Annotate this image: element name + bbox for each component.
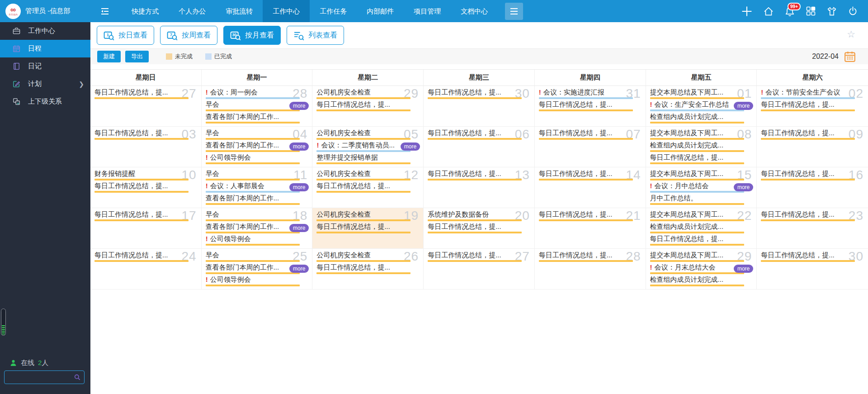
bell-icon[interactable]: 99+ bbox=[784, 6, 795, 17]
calendar-day-cell[interactable]: 31!会议：实施进度汇报每日工作情况总结，提... bbox=[535, 86, 646, 126]
calendar-event[interactable]: 每日工作情况总结，提... bbox=[316, 263, 410, 274]
calendar-event[interactable]: !会议：节前安全生产会议 bbox=[761, 88, 855, 99]
calendar-day-cell[interactable]: 10财务报销提醒每日工作情况总结，提... bbox=[90, 167, 202, 208]
calendar-day-cell[interactable]: 08提交本周总结及下周工...检查组内成员计划完成...每日工作情况总结，提..… bbox=[646, 127, 757, 167]
calendar-event[interactable]: !公司领导例会 bbox=[206, 235, 300, 246]
calendar-day-cell[interactable]: 04早会查看各部门本周的工作...!公司领导例会more bbox=[202, 127, 313, 167]
calendar-day-cell[interactable]: 02!会议：节前安全生产会议每日工作情况总结，提... bbox=[757, 86, 868, 126]
sidebar-search-input[interactable] bbox=[5, 374, 74, 381]
calendar-event[interactable]: 查看各部门本周的工作... bbox=[206, 194, 300, 205]
calendar-event[interactable]: 提交本周总结及下周工... bbox=[650, 251, 744, 262]
calendar-event[interactable]: 公司机房安全检查 bbox=[316, 210, 410, 221]
sidebar-item-3[interactable]: 日记 bbox=[0, 57, 90, 75]
calendar-event[interactable]: !会议：人事部晨会 bbox=[206, 182, 300, 193]
apps-icon[interactable] bbox=[806, 6, 816, 16]
calendar-day-cell[interactable]: 03每日工作情况总结，提... bbox=[90, 127, 202, 167]
calendar-event[interactable]: 每日工作情况总结，提... bbox=[94, 129, 189, 140]
collapse-menu-icon[interactable] bbox=[100, 7, 110, 16]
calendar-day-cell[interactable]: 17每日工作情况总结，提... bbox=[90, 208, 202, 248]
calendar-event[interactable]: 早会 bbox=[206, 251, 300, 262]
calendar-event[interactable]: 早会 bbox=[206, 129, 300, 140]
calendar-event[interactable]: 每日工作情况总结，提... bbox=[650, 153, 744, 164]
calendar-event[interactable]: 早会 bbox=[206, 210, 300, 221]
calendar-event[interactable]: 提交本周总结及下周工... bbox=[650, 210, 744, 221]
new-button[interactable]: 新建 bbox=[97, 51, 121, 62]
calendar-event[interactable]: 每日工作情况总结，提... bbox=[539, 170, 633, 180]
calendar-day-cell[interactable]: 29提交本周总结及下周工...!会议：月末总结大会检查组内成员计划完成...mo… bbox=[646, 249, 757, 289]
export-button[interactable]: 导出 bbox=[125, 51, 149, 62]
more-badge[interactable]: more bbox=[401, 142, 420, 151]
calendar-day-cell[interactable]: 11早会!会议：人事部晨会查看各部门本周的工作...more bbox=[202, 167, 313, 208]
calendar-event[interactable]: 每日工作情况总结，提... bbox=[94, 210, 189, 221]
nav-item-4[interactable]: 工作中心 bbox=[263, 0, 310, 22]
calendar-event[interactable]: 查看各部门本周的工作... bbox=[206, 263, 300, 274]
calendar-event[interactable]: !公司领导例会 bbox=[206, 153, 300, 164]
calendar-day-cell[interactable]: 27每日工作情况总结，提... bbox=[424, 249, 535, 289]
calendar-day-cell[interactable]: 19公司机房安全检查每日工作情况总结，提... bbox=[312, 208, 424, 248]
more-badge[interactable]: more bbox=[289, 102, 309, 110]
calendar-event[interactable]: 提交本周总结及下周工... bbox=[650, 170, 744, 180]
tab-按周查看[interactable]: 7按周查看 bbox=[160, 26, 217, 45]
sidebar-item-1[interactable]: 工作中心 bbox=[0, 22, 90, 40]
tab-按日查看[interactable]: 1按日查看 bbox=[97, 26, 154, 45]
calendar-event[interactable]: 查看各部门本周的工作... bbox=[206, 141, 300, 152]
calendar-event[interactable]: 检查组内成员计划完成... bbox=[650, 141, 744, 152]
calendar-event[interactable]: 每日工作情况总结，提... bbox=[539, 210, 633, 221]
calendar-event[interactable]: 财务报销提醒 bbox=[94, 170, 189, 180]
more-badge[interactable]: more bbox=[289, 265, 309, 273]
calendar-event[interactable]: 每日工作情况总结，提... bbox=[539, 100, 633, 111]
calendar-event[interactable]: 公司机房安全检查 bbox=[316, 129, 410, 140]
calendar-day-cell[interactable]: 21每日工作情况总结，提... bbox=[535, 208, 646, 248]
more-badge[interactable]: more bbox=[289, 183, 309, 191]
calendar-event[interactable]: 每日工作情况总结，提... bbox=[316, 182, 410, 193]
calendar-event[interactable]: 月中工作总结。 bbox=[650, 194, 744, 205]
search-icon[interactable] bbox=[74, 374, 81, 381]
calendar-day-cell[interactable]: 30每日工作情况总结，提... bbox=[757, 249, 868, 289]
calendar-event[interactable]: 每日工作情况总结，提... bbox=[761, 210, 855, 221]
calendar-day-cell[interactable]: 13每日工作情况总结，提... bbox=[424, 167, 535, 208]
calendar-day-cell[interactable]: 28每日工作情况总结，提... bbox=[535, 249, 646, 289]
calendar-event[interactable]: 公司机房安全检查 bbox=[316, 88, 410, 99]
calendar-day-cell[interactable]: 06每日工作情况总结，提... bbox=[424, 127, 535, 167]
sidebar-item-4[interactable]: 计划❯ bbox=[0, 75, 90, 93]
calendar-event[interactable]: !会议：生产安全工作总结 bbox=[650, 100, 744, 111]
sidebar-item-2[interactable]: 日程 bbox=[0, 40, 90, 57]
calendar-day-cell[interactable]: 30每日工作情况总结，提... bbox=[424, 86, 535, 126]
more-badge[interactable]: more bbox=[289, 224, 309, 232]
calendar-event[interactable]: 每日工作情况总结，提... bbox=[761, 251, 855, 262]
calendar-event[interactable]: 检查组内成员计划完成... bbox=[650, 223, 744, 233]
more-badge[interactable]: more bbox=[289, 142, 309, 151]
calendar-day-cell[interactable]: 05公司机房安全检查!会议：二季度销售动员...整理并提交报销单据more bbox=[312, 127, 424, 167]
calendar-event[interactable]: 每日工作情况总结，提... bbox=[761, 129, 855, 140]
calendar-event[interactable]: 查看各部门本周的工作... bbox=[206, 223, 300, 233]
nav-item-1[interactable]: 快捷方式 bbox=[122, 0, 169, 22]
more-badge[interactable]: more bbox=[734, 183, 753, 191]
calendar-event[interactable]: 每日工作情况总结，提... bbox=[94, 251, 189, 262]
calendar-event[interactable]: 检查组内成员计划完成... bbox=[650, 113, 744, 123]
calendar-day-cell[interactable]: 18早会查看各部门本周的工作...!公司领导例会more bbox=[202, 208, 313, 248]
calendar-event[interactable]: !会议：实施进度汇报 bbox=[539, 88, 633, 99]
calendar-event[interactable]: !会议：周一例会 bbox=[206, 88, 300, 99]
calendar-day-cell[interactable]: 14每日工作情况总结，提... bbox=[535, 167, 646, 208]
calendar-event[interactable]: 每日工作情况总结，提... bbox=[94, 88, 189, 99]
calendar-event[interactable]: 早会 bbox=[206, 100, 300, 111]
calendar-event[interactable]: 公司机房安全检查 bbox=[316, 170, 410, 180]
calendar-event[interactable]: 每日工作情况总结，提... bbox=[428, 223, 522, 233]
nav-item-2[interactable]: 个人办公 bbox=[169, 0, 216, 22]
calendar-day-cell[interactable]: 22提交本周总结及下周工...检查组内成员计划完成...每日工作情况总结，提..… bbox=[646, 208, 757, 248]
calendar-event[interactable]: 每日工作情况总结，提... bbox=[539, 129, 633, 140]
calendar-event[interactable]: 提交本周总结及下周工... bbox=[650, 88, 744, 99]
calendar-event[interactable]: 早会 bbox=[206, 170, 300, 180]
power-icon[interactable] bbox=[848, 6, 858, 16]
app-logo[interactable]: ∞ 华天动力 bbox=[5, 4, 21, 19]
calendar-day-cell[interactable]: 15提交本周总结及下周工...!会议：月中总结会月中工作总结。more bbox=[646, 167, 757, 208]
calendar-day-cell[interactable]: 23每日工作情况总结，提... bbox=[757, 208, 868, 248]
calendar-event[interactable]: 查看各部门本周的工作... bbox=[206, 113, 300, 123]
home-icon[interactable] bbox=[763, 6, 774, 17]
calendar-event[interactable]: 每日工作情况总结，提... bbox=[428, 170, 522, 180]
calendar-event[interactable]: 每日工作情况总结，提... bbox=[761, 100, 855, 111]
calendar-day-cell[interactable]: 20系统维护及数据备份每日工作情况总结，提... bbox=[424, 208, 535, 248]
favorite-star-icon[interactable]: ☆ bbox=[847, 29, 855, 39]
nav-item-6[interactable]: 内部邮件 bbox=[357, 0, 404, 22]
nav-item-8[interactable]: 文档中心 bbox=[451, 0, 498, 22]
